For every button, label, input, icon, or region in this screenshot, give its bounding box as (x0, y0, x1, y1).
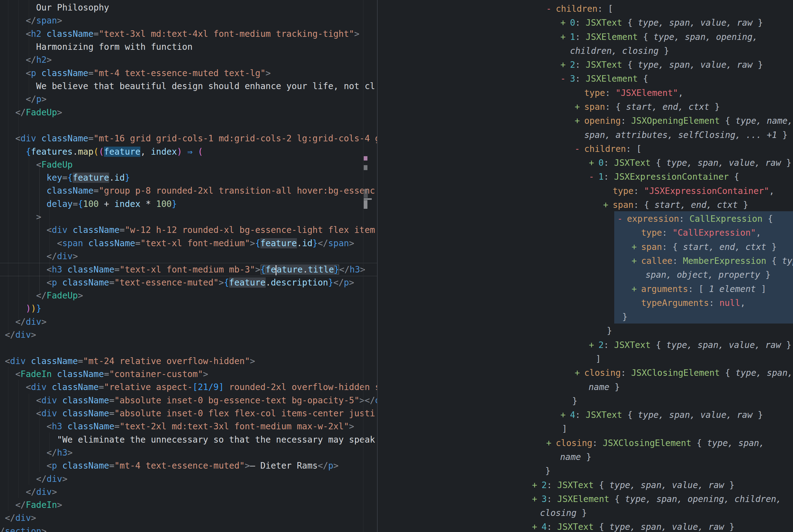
code-line-current[interactable]: <h3 className="text-xl font-medium mb-3"… (0, 263, 377, 276)
ast-row[interactable]: +4: JSXText { type, span, value, raw } (532, 520, 735, 532)
expand-node-icon[interactable]: + (532, 478, 542, 492)
ast-row[interactable]: -children: [ (546, 2, 613, 16)
ast-row[interactable]: +callee: MemberExpression { type, (632, 254, 793, 268)
expand-node-icon[interactable]: + (560, 30, 570, 44)
ast-tree-pane[interactable]: -children: [+0: JSXText { type, span, va… (377, 0, 793, 532)
code-line[interactable]: </div> (0, 486, 377, 499)
ast-row[interactable]: +span: { start, end, ctxt } (632, 240, 777, 254)
ast-row[interactable]: } (572, 394, 577, 408)
ast-row[interactable]: typeArguments: null, (641, 296, 746, 310)
ast-row[interactable]: +3: JSXElement { type, span, opening, ch… (532, 492, 781, 506)
code-line[interactable]: className="group p-8 rounded-2xl transit… (0, 184, 377, 197)
collapse-node-icon[interactable]: - (589, 170, 598, 184)
ast-row[interactable]: +opening: JSXOpeningElement { type, name… (575, 114, 793, 128)
expand-node-icon[interactable]: + (575, 366, 584, 380)
code-line[interactable]: <FadeIn className="container-custom"> (0, 368, 377, 381)
ast-row[interactable]: +span: { start, end, ctxt } (575, 100, 720, 114)
code-editor-pane[interactable]: Our Philosophy </span> <h2 className="te… (0, 0, 377, 532)
ast-row[interactable]: +2: JSXText { type, span, value, raw } (589, 338, 791, 352)
ast-row[interactable]: +arguments: [ 1 element ] (632, 282, 767, 296)
ast-row[interactable]: +0: JSXText { type, span, value, raw } (589, 156, 791, 170)
code-line[interactable]: <h3 className="text-2xl md:text-3xl font… (0, 420, 377, 433)
code-line[interactable]: </FadeIn> (0, 499, 377, 512)
ast-row[interactable]: +closing: JSXClosingElement { type, span… (546, 436, 764, 450)
collapse-node-icon[interactable]: - (617, 212, 627, 226)
collapse-node-icon[interactable]: - (560, 72, 570, 86)
ast-row[interactable]: } (622, 310, 627, 324)
code-line[interactable]: </div> (0, 250, 377, 263)
code-line[interactable]: </div> (0, 512, 377, 525)
expand-node-icon[interactable]: + (632, 254, 641, 268)
expand-node-icon[interactable]: + (589, 156, 598, 170)
ast-row[interactable]: span, object, property } (645, 268, 771, 282)
code-line[interactable]: <p className="mt-4 text-essence-muted">—… (0, 459, 377, 472)
ast-row[interactable]: } (545, 464, 550, 478)
ast-row[interactable]: span, attributes, selfClosing, ... +1 } (584, 128, 788, 142)
expand-node-icon[interactable]: + (632, 240, 641, 254)
ast-row[interactable]: type: "CallExpression", (641, 226, 761, 240)
collapse-node-icon[interactable]: - (546, 2, 556, 16)
code-line[interactable]: <div className="mt-24 relative overflow-… (0, 355, 377, 368)
ast-row[interactable]: type: "JSXElement", (584, 86, 683, 100)
code-line[interactable]: </h2> (0, 54, 377, 66)
ast-row[interactable]: -3: JSXElement { (560, 72, 648, 86)
code-line[interactable]: <div className="absolute inset-0 bg-esse… (0, 394, 377, 407)
expand-node-icon[interactable]: + (575, 100, 584, 114)
code-line[interactable]: <span className="text-xl font-medium">{f… (0, 237, 377, 250)
code-line[interactable]: delay={100 + index * 100} (0, 198, 377, 211)
expand-node-icon[interactable]: + (532, 520, 542, 532)
code-line[interactable] (0, 341, 377, 355)
ast-row[interactable]: -1: JSXExpressionContainer { (589, 170, 739, 184)
expand-node-icon[interactable]: + (560, 16, 570, 30)
ast-row[interactable]: ] (562, 422, 567, 436)
code-line[interactable]: </span> (0, 14, 377, 27)
code-line[interactable]: <p className="mt-4 text-essence-muted te… (0, 67, 377, 80)
expand-node-icon[interactable]: + (532, 492, 542, 506)
code-line[interactable]: key={feature.id} (0, 171, 377, 184)
expand-node-icon[interactable]: + (589, 338, 598, 352)
code-line[interactable]: </p> (0, 93, 377, 106)
ast-row[interactable]: name } (560, 450, 591, 464)
code-line[interactable]: <FadeUp (0, 158, 377, 171)
ast-row[interactable]: +0: JSXText { type, span, value, raw } (560, 16, 763, 30)
ast-row[interactable]: +1: JSXElement { type, span, opening, (560, 30, 758, 44)
code-line[interactable] (0, 119, 377, 132)
ast-row[interactable]: -expression: CallExpression { (617, 212, 773, 226)
code-line[interactable]: Harmonizing form with function (0, 40, 377, 54)
code-line[interactable]: <div className="mt-16 grid grid-cols-1 m… (0, 132, 377, 145)
expand-node-icon[interactable]: + (632, 282, 641, 296)
code-line[interactable]: <div className="w-12 h-12 rounded-xl bg-… (0, 224, 377, 236)
code-line[interactable]: <div className="relative aspect-[21/9] r… (0, 381, 377, 394)
code-line[interactable]: </FadeUp> (0, 289, 377, 302)
expand-node-icon[interactable]: + (560, 408, 570, 422)
code-line[interactable]: {features.map((feature, index) ⇒ ( (0, 145, 377, 158)
code-line[interactable]: <h2 className="text-3xl md:text-4xl font… (0, 27, 377, 40)
expand-node-icon[interactable]: + (575, 114, 584, 128)
code-line[interactable]: </section> (0, 525, 377, 532)
ast-row[interactable]: } (607, 324, 612, 338)
code-line[interactable]: <p className="text-essence-muted">{featu… (0, 276, 377, 289)
code-line[interactable]: </div> (0, 473, 377, 486)
ast-row[interactable]: name } (588, 380, 620, 394)
code-line[interactable]: </div> (0, 328, 377, 341)
code-line[interactable]: </div> (0, 316, 377, 328)
code-line[interactable]: "We eliminate the unnecessary so that th… (0, 433, 377, 446)
code-line[interactable]: </FadeUp> (0, 106, 377, 119)
expand-node-icon[interactable]: + (560, 58, 570, 72)
ast-row[interactable]: type: "JSXExpressionContainer", (613, 184, 774, 198)
code-line[interactable]: </h3> (0, 446, 377, 459)
code-line[interactable]: Our Philosophy (0, 1, 377, 14)
ast-row[interactable]: +4: JSXText { type, span, value, raw } (560, 408, 763, 422)
collapse-node-icon[interactable]: - (575, 142, 584, 156)
expand-node-icon[interactable]: + (546, 436, 556, 450)
ast-row[interactable]: children, closing } (570, 44, 669, 58)
ast-row[interactable]: +closing: JSXClosingElement { type, span… (575, 366, 793, 380)
ast-row[interactable]: +2: JSXText { type, span, value, raw } (532, 478, 735, 492)
split-resize-handle[interactable] (377, 0, 378, 532)
code-line[interactable]: > (0, 211, 377, 224)
ast-row[interactable]: +2: JSXText { type, span, value, raw } (560, 58, 763, 72)
code-line[interactable]: ))} (0, 302, 377, 315)
expand-node-icon[interactable]: + (603, 198, 613, 212)
ast-row[interactable]: closing } (540, 506, 587, 520)
ast-row[interactable]: ] (596, 352, 601, 366)
